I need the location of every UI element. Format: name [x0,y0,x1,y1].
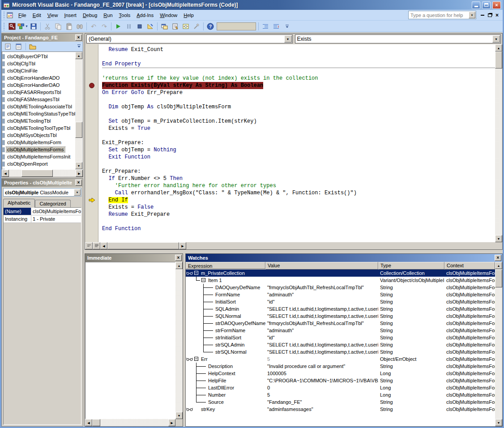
code-text-area[interactable]: Resume Exit_Count End Property 'returns … [98,44,495,242]
watches-column-value[interactable]: Value [265,262,378,270]
immediate-vertical-scrollbar[interactable]: ▲ ▼ [175,262,183,419]
help-search-combo[interactable]: Type a question for help ▼ [408,11,476,19]
object-dropdown[interactable]: (General) ▼ [86,34,293,43]
watch-row[interactable]: strKey"adminfasmessages"StringclsObjMult… [186,406,495,413]
watch-row[interactable]: Source"Fandango_FE"StringclsObjMultipleI… [186,398,495,406]
procedure-view-button[interactable] [85,242,93,249]
chevron-down-icon[interactable]: ▼ [284,35,292,43]
menu-item-add-ins[interactable]: Add-Ins [133,11,157,19]
menu-item-run[interactable]: Run [100,11,115,19]
close-button[interactable]: × [492,1,501,9]
save-button[interactable] [28,21,39,31]
watches-column-context[interactable]: Context [444,262,495,270]
project-item[interactable]: clsObjOpenReport [2,160,75,167]
watch-row[interactable]: strInitialSort"id"StringclsObjMultipleIt… [186,334,495,341]
scroll-up-icon[interactable]: ▲ [495,44,502,51]
watch-row[interactable]: HelpContext1000005LongclsObjMultipleItem… [186,370,495,377]
project-item[interactable]: clsObjFASARReportsTbl [2,89,75,96]
watch-row[interactable]: Item 1Variant/Object/clsObjMultipleIclsO… [186,277,495,284]
view-microsoft-access-button[interactable] [7,21,17,31]
procedure-dropdown[interactable]: Exists ▼ [295,34,501,43]
minimize-button[interactable] [472,1,480,9]
watch-row[interactable]: m_PrivateCollectionCollection/Collection… [186,270,495,277]
toolbar-grip[interactable] [3,22,5,30]
watch-row[interactable]: Number5LongclsObjMultipleItemsForms [186,391,495,398]
project-vertical-scrollbar[interactable]: ▲ ▼ [75,52,82,169]
chevron-down-icon[interactable]: ▼ [492,35,500,43]
project-item[interactable]: clsObjCfgTbl [2,60,75,67]
project-item[interactable]: clsObjMEToolingTbl [2,117,75,124]
watch-row[interactable]: strDAOQueryDefName"frmqryclsObjAuthTbl_R… [186,320,495,327]
watches-vertical-scrollbar[interactable]: ▼ [495,270,502,426]
watch-row[interactable]: FormName"adminauth"StringclsObjMultipleI… [186,291,495,298]
toggle-folders-button[interactable] [28,43,38,51]
scroll-thumb[interactable] [92,419,100,426]
project-item[interactable]: clsObjMEToolingToolTypeTbl [2,124,75,132]
project-item[interactable]: clsObjMSysObjectsTbl [2,132,75,139]
watches-close-button[interactable]: × [495,255,501,261]
project-close-button[interactable]: × [75,34,82,41]
project-item[interactable]: clsObjErrorHandlerADO [2,74,75,81]
toolbar-options-button[interactable] [282,21,292,31]
scroll-down-icon[interactable]: ▼ [175,412,183,419]
scroll-thumb[interactable] [75,122,82,138]
properties-object-combo[interactable]: clsObjMultiple ClassModule ▼ [3,188,81,197]
menubar-grip[interactable] [3,11,5,19]
watch-row[interactable]: LastDllError0LongclsObjMultipleItemsForm… [186,384,495,391]
chevron-down-icon[interactable]: ▼ [74,189,81,196]
immediate-close-button[interactable]: × [175,255,182,261]
watches-column-expression[interactable]: Expression [186,262,265,269]
project-item[interactable]: clsObjMultipleItemsFormsInit [2,153,75,160]
property-value[interactable]: clsObjMultipleItemsFor [31,208,81,215]
object-browser-button[interactable] [180,21,191,31]
scroll-down-icon[interactable]: ▼ [495,419,502,426]
menu-item-insert[interactable]: Insert [61,11,80,19]
horizontal-splitter[interactable] [85,250,503,253]
menu-item-view[interactable]: View [44,11,61,19]
indent-button[interactable] [260,21,271,31]
watch-row[interactable]: strFormName"adminauth"StringclsObjMultip… [186,327,495,334]
code-margin-indicator-bar[interactable] [85,44,98,242]
immediate-horizontal-scrollbar[interactable]: ◀ ▶ [85,419,183,426]
full-module-view-button[interactable] [93,242,100,249]
watch-row[interactable]: DAOQueryDefName"frmqryclsObjAuthTbl_Refr… [186,284,495,291]
watch-row[interactable]: HelpFile"C:\PROGRA~1\COMMON~1\MICROS~1\V… [186,377,495,384]
view-object-button[interactable] [14,43,24,51]
code-horizontal-scrollbar[interactable]: ◀ ▶ [85,242,502,249]
chevron-down-icon[interactable]: ▼ [469,12,475,18]
scroll-up-icon[interactable]: ▲ [495,262,502,269]
menu-item-help[interactable]: Help [180,11,197,19]
menu-item-file[interactable]: File [15,11,30,19]
menu-item-tools[interactable]: Tools [116,11,134,19]
code-vertical-scrollbar[interactable]: ▲ ▼ [495,44,502,242]
project-item[interactable]: clsObjBuyerOPTbl [2,53,75,60]
collapse-box[interactable] [193,355,200,363]
scroll-thumb[interactable] [21,170,53,177]
scroll-up-icon[interactable]: ▲ [175,262,183,269]
scroll-right-icon[interactable]: ▶ [76,170,83,177]
watches-column-type[interactable]: Type [378,262,444,270]
property-value[interactable]: 1 - Private [31,215,81,223]
scroll-thumb[interactable] [495,51,502,68]
chevron-down-icon[interactable]: ▼ [25,25,28,28]
project-item-list[interactable]: clsObjBuyerOPTblclsObjCfgTblclsObjCIniFi… [2,52,75,169]
project-item[interactable]: clsObjMEToolingAssociateTbl [2,103,75,110]
scroll-thumb[interactable] [107,242,179,249]
tab-alphabetic[interactable]: Alphabetic [3,199,35,208]
collapse-box[interactable] [193,270,200,277]
project-item[interactable]: clsObjMultipleItemsForms [2,146,75,153]
child-close-button[interactable]: × [495,13,499,18]
run-button[interactable] [113,21,124,31]
scroll-thumb[interactable] [495,270,502,287]
menu-item-window[interactable]: Window [157,11,180,19]
menu-item-debug[interactable]: Debug [80,11,100,19]
project-item[interactable]: clsObjMultipleItemsForm [2,139,75,146]
watch-row[interactable]: strSQLAdmin"SELECT t.id,t.authid,t.logti… [186,341,495,348]
scroll-left-icon[interactable]: ◀ [100,242,107,249]
watch-row[interactable]: SQLNormal"SELECT t.id,t.authid,t.logtime… [186,312,495,320]
project-explorer-button[interactable] [159,21,170,31]
watch-row[interactable]: InitialSort"id"StringclsObjMultipleItems… [186,298,495,305]
scroll-left-icon[interactable]: ◀ [2,170,9,177]
project-toolbar-options-icon[interactable] [77,43,81,50]
project-item[interactable]: clsObjCIniFile [2,67,75,74]
